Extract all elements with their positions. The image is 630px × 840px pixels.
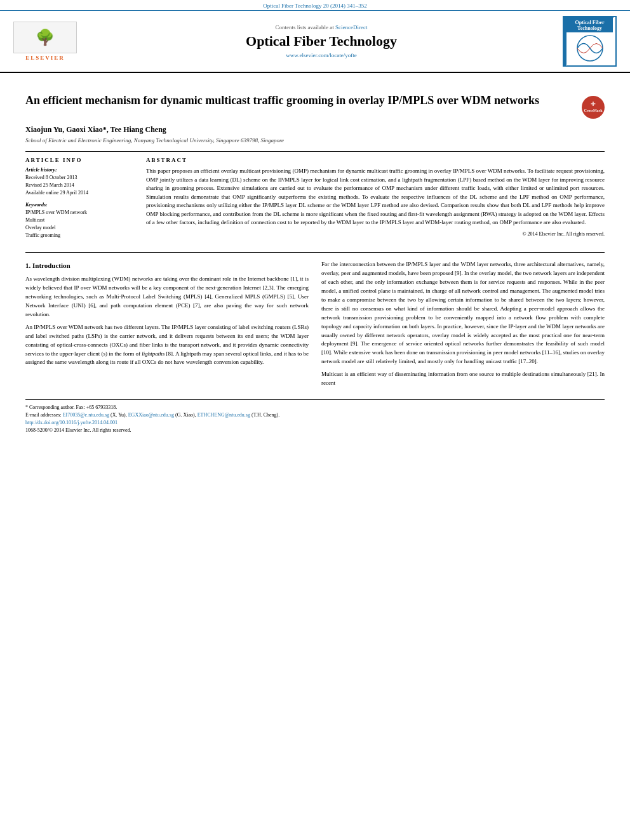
doi-link[interactable]: http://dx.doi.org/10.1016/j.yofte.2014.0… [25, 420, 117, 425]
oft-logo-title: Optical FiberTechnology [566, 18, 613, 32]
revised-date: Revised 25 March 2014 [25, 182, 133, 189]
keyword-3: Overlay model [25, 224, 133, 232]
journal-url: www.elsevier.com/locate/yofte [86, 52, 556, 58]
keyword-1: IP/MPLS over WDM network [25, 209, 133, 217]
abstract-label: ABSTRACT [146, 157, 605, 163]
elsevier-logo-area: 🌳 ELSEVIER [10, 22, 80, 61]
email-2-link[interactable]: EGXXiao@ntu.edu.sg [128, 412, 174, 418]
email-2-name: (G. Xiao), [175, 412, 196, 418]
body-paragraph-1: As wavelength division multiplexing (WDM… [25, 275, 309, 319]
elsevier-tree-icon: 🌳 [36, 29, 55, 46]
footnotes-section: * Corresponding author. Fax: +65 6793331… [25, 399, 605, 434]
sciencedirect-link[interactable]: ScienceDirect [335, 24, 367, 30]
keywords-subsection: Keywords: IP/MPLS over WDM network Multi… [25, 202, 133, 239]
body-column-right: For the interconnection between the IP/M… [321, 260, 605, 392]
email-label: E-mail addresses: [25, 412, 62, 418]
body-columns: 1. Introduction As wavelength division m… [25, 260, 605, 392]
crossmark-badge: ✛CrossMark [582, 96, 605, 119]
header-center: Contents lists available at ScienceDirec… [86, 24, 556, 58]
elsevier-logo-box: 🌳 [13, 22, 77, 53]
body-paragraph-4: Multicast is an efficient way of dissemi… [321, 370, 605, 388]
article-info-label: ARTICLE INFO [25, 157, 133, 163]
keyword-4: Traffic grooming [25, 232, 133, 239]
content-divider [25, 252, 605, 253]
authors-text: Xiaojun Yu, Gaoxi Xiao*, Tee Hiang Cheng [25, 125, 166, 134]
body-column-left: 1. Introduction As wavelength division m… [25, 260, 309, 392]
keywords-list: IP/MPLS over WDM network Multicast Overl… [25, 209, 133, 239]
email-3-link[interactable]: ETHCHENG@ntu.edu.sg [198, 412, 250, 418]
keywords-label: Keywords: [25, 202, 133, 208]
keyword-2: Multicast [25, 217, 133, 224]
authors-line: Xiaojun Yu, Gaoxi Xiao*, Tee Hiang Cheng [25, 125, 605, 135]
affiliation-line: School of Electric and Electronic Engine… [25, 137, 605, 143]
available-date: Available online 29 April 2014 [25, 189, 133, 197]
info-abstract-section: ARTICLE INFO Article history: Received 8… [25, 151, 605, 244]
doi-line: http://dx.doi.org/10.1016/j.yofte.2014.0… [25, 419, 605, 427]
section-1-heading: 1. Introduction [25, 260, 309, 271]
elsevier-logo: 🌳 ELSEVIER [10, 22, 80, 61]
body-paragraph-2: An IP/MPLS over WDM network has two diff… [25, 323, 309, 368]
journal-ref-text: Optical Fiber Technology 20 (2014) 341–3… [263, 3, 366, 9]
article-title-area: An efficient mechanism for dynamic multi… [25, 93, 605, 119]
article-title-text: An efficient mechanism for dynamic multi… [25, 93, 575, 108]
received-date: Received 8 October 2013 [25, 174, 133, 182]
body-paragraph-3: For the interconnection between the IP/M… [321, 260, 605, 366]
issn-line: 1068-5200/© 2014 Elsevier Inc. All right… [25, 427, 605, 434]
oft-logo-area: Optical FiberTechnology [563, 16, 620, 67]
email-3-name: (T.H. Cheng). [251, 412, 279, 418]
contents-available-label: Contents lists available at [276, 24, 334, 30]
elsevier-brand-text: ELSEVIER [25, 55, 65, 61]
email-1-link[interactable]: EI70035@e.ntu.edu.sg [63, 412, 109, 418]
journal-reference-bar: Optical Fiber Technology 20 (2014) 341–3… [0, 0, 630, 11]
main-content: An efficient mechanism for dynamic multi… [0, 73, 630, 444]
email-line: E-mail addresses: EI70035@e.ntu.edu.sg (… [25, 411, 605, 419]
oft-logo-box: Optical FiberTechnology [563, 16, 617, 67]
abstract-section: ABSTRACT This paper proposes an efficien… [146, 157, 605, 244]
journal-header: 🌳 ELSEVIER Contents lists available at S… [0, 11, 630, 73]
corresponding-author-note: * Corresponding author. Fax: +65 6793331… [25, 404, 605, 411]
copyright-line: © 2014 Elsevier Inc. All rights reserved… [146, 231, 605, 237]
article-history-subsection: Article history: Received 8 October 2013… [25, 167, 133, 197]
crossmark-icon: ✛CrossMark [584, 102, 602, 113]
article-info-column: ARTICLE INFO Article history: Received 8… [25, 157, 133, 244]
journal-title: Optical Fiber Technology [86, 33, 556, 50]
history-label: Article history: [25, 167, 133, 173]
oft-logo-inner [566, 32, 613, 64]
email-1-name: (X. Yu), [111, 412, 127, 418]
sciencedirect-line: Contents lists available at ScienceDirec… [86, 24, 556, 30]
abstract-text: This paper proposes an efficient overlay… [146, 167, 605, 227]
